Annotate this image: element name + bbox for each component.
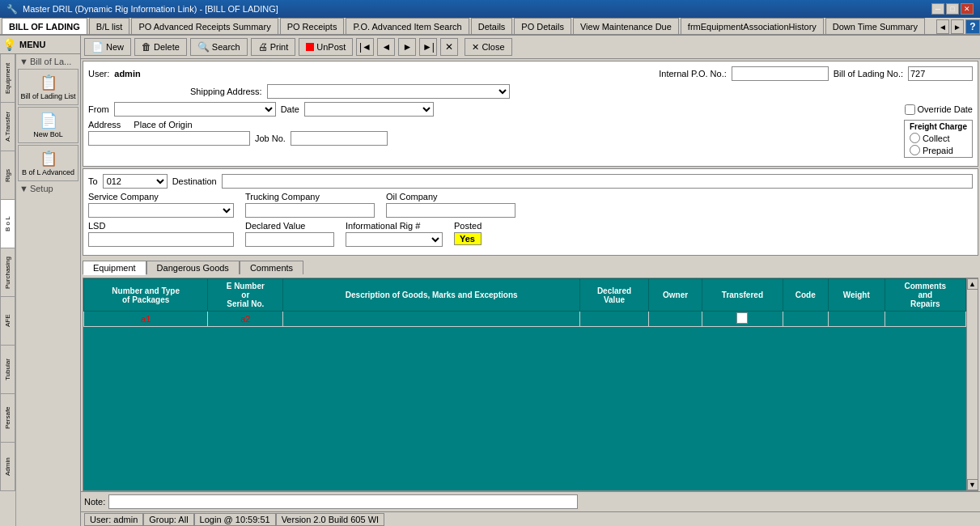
col-header-declared-val: DeclaredValue bbox=[580, 279, 649, 312]
address-input[interactable] bbox=[88, 131, 250, 146]
vtab-admin[interactable]: Admin bbox=[0, 443, 15, 491]
help-button[interactable]: ? bbox=[965, 19, 980, 34]
unpost-button[interactable]: UnPost bbox=[299, 38, 353, 56]
prepaid-radio[interactable] bbox=[910, 145, 920, 155]
prepaid-label: Prepaid bbox=[923, 146, 953, 155]
form-row-1: User: admin Internal P.O. No.: Bill of L… bbox=[88, 66, 973, 81]
toolbar: 📄 New 🗑 Delete 🔍 Search 🖨 Print UnPost |… bbox=[81, 36, 980, 59]
to-select[interactable]: 012 bbox=[103, 174, 168, 189]
data-table-container: Number and Typeof Packages E NumberorSer… bbox=[83, 278, 978, 491]
info-rig-select[interactable] bbox=[346, 232, 443, 247]
place-of-origin-label: Place of Origin bbox=[134, 120, 192, 129]
tab-po-advanced-item-search[interactable]: P.O. Advanced Item Search bbox=[346, 18, 469, 34]
collect-radio-label[interactable]: Collect bbox=[910, 133, 967, 143]
vtab-rigs[interactable]: Rigs bbox=[0, 151, 15, 200]
tab-nav-right[interactable]: ► bbox=[951, 19, 964, 34]
new-button[interactable]: 📄 New bbox=[84, 38, 131, 56]
sidebar-section-setup[interactable]: ▼ Setup bbox=[18, 183, 78, 194]
tab-po-receipts[interactable]: PO Receipts bbox=[280, 18, 345, 34]
tab-comments[interactable]: Comments bbox=[240, 261, 303, 274]
date-label: Date bbox=[281, 104, 299, 114]
trucking-company-input[interactable] bbox=[245, 203, 375, 218]
date-select[interactable] bbox=[304, 102, 434, 117]
search-button[interactable]: 🔍 Search bbox=[190, 38, 248, 56]
note-input[interactable] bbox=[108, 494, 578, 509]
tab-dangerous-goods[interactable]: Dangerous Goods bbox=[146, 261, 240, 274]
tab-bill-of-lading[interactable]: BILL OF LADING bbox=[2, 18, 87, 34]
internal-po-input[interactable] bbox=[732, 66, 829, 81]
cell-transferred bbox=[702, 312, 783, 327]
nav-last-button[interactable]: ►| bbox=[419, 38, 437, 56]
vtab-bol[interactable]: B o L bbox=[0, 200, 15, 248]
service-company-select[interactable] bbox=[88, 203, 234, 218]
tab-down-time[interactable]: Down Time Summary bbox=[825, 18, 925, 34]
scroll-up-button[interactable]: ▲ bbox=[967, 278, 978, 290]
sidebar-item-bol-advanced[interactable]: 📋 B of L Advanced bbox=[18, 145, 78, 181]
override-date-label[interactable]: Override Date bbox=[905, 104, 973, 115]
nav-first-button[interactable]: |◄ bbox=[356, 38, 374, 56]
status-login: Login @ 10:59:51 bbox=[194, 513, 276, 526]
tab-view-maintenance-due[interactable]: View Maintenance Due bbox=[573, 18, 679, 34]
collapse-icon-setup: ▼ bbox=[19, 184, 28, 193]
vtab-afe[interactable]: AFE bbox=[0, 297, 15, 346]
tab-bl-list[interactable]: B/L list bbox=[89, 18, 130, 34]
table-scroll[interactable]: Number and Typeof Packages E NumberorSer… bbox=[83, 278, 966, 490]
menu-label: MENU bbox=[19, 40, 45, 49]
vtab-persafe[interactable]: Persafe bbox=[0, 394, 15, 443]
new-label: New bbox=[106, 42, 124, 52]
note-label: Note: bbox=[84, 497, 105, 507]
inner-tabs: Equipment Dangerous Goods Comments bbox=[83, 261, 978, 274]
tab-po-details[interactable]: PO Details bbox=[514, 18, 571, 34]
cell-packages: a1 bbox=[84, 312, 208, 327]
vtab-purchasing[interactable]: Purchasing bbox=[0, 248, 15, 297]
transferred-checkbox[interactable] bbox=[736, 312, 748, 324]
prepaid-radio-label[interactable]: Prepaid bbox=[910, 145, 967, 155]
destination-input[interactable] bbox=[222, 174, 973, 189]
maximize-button[interactable]: □ bbox=[946, 3, 959, 15]
declared-value-input[interactable] bbox=[245, 232, 334, 247]
sidebar-item-bill-lading-list[interactable]: 📋 Bill of Lading List bbox=[18, 69, 78, 105]
col-header-owner: Owner bbox=[648, 279, 702, 312]
nav-next-button[interactable]: ► bbox=[398, 38, 416, 56]
collect-radio[interactable] bbox=[910, 133, 920, 143]
from-select[interactable] bbox=[114, 102, 276, 117]
print-button[interactable]: 🖨 Print bbox=[251, 38, 296, 56]
declared-value-label: Declared Value bbox=[245, 221, 334, 231]
bill-of-lading-input[interactable] bbox=[908, 66, 973, 81]
form-row-from-date: From Date Override Date bbox=[88, 102, 973, 117]
tab-details[interactable]: Details bbox=[471, 18, 513, 34]
tab-po-advanced-receipts[interactable]: PO Advanced Receipts Summary bbox=[131, 18, 278, 34]
status-user: User: admin bbox=[84, 513, 143, 526]
nav-prev-button[interactable]: ◄ bbox=[377, 38, 395, 56]
minimize-button[interactable]: ─ bbox=[931, 3, 944, 15]
tab-equipment-association[interactable]: frmEquipmentAssociationHistory bbox=[681, 18, 824, 34]
shipping-address-select[interactable] bbox=[267, 84, 510, 99]
table-row[interactable]: a1 a2 bbox=[84, 312, 966, 327]
close-button[interactable]: ✕ Close bbox=[465, 38, 511, 56]
vtab-equipment[interactable]: Equipment bbox=[0, 54, 15, 103]
close-button[interactable]: ✕ bbox=[961, 3, 974, 15]
status-bar: User: admin Group: All Login @ 10:59:51 … bbox=[81, 511, 980, 526]
lsd-input[interactable] bbox=[88, 232, 234, 247]
address-label: Address bbox=[88, 120, 121, 129]
oil-company-input[interactable] bbox=[386, 203, 515, 218]
delete-button[interactable]: 🗑 Delete bbox=[134, 38, 187, 56]
note-area: Note: bbox=[81, 491, 980, 511]
vtab-atransfer[interactable]: A.Transfer bbox=[0, 103, 15, 151]
override-date-checkbox[interactable] bbox=[905, 104, 915, 115]
to-destination-section: To 012 Destination Service Company Truck… bbox=[83, 168, 978, 256]
scroll-down-button[interactable]: ▼ bbox=[967, 479, 978, 490]
sidebar-item-new-bol[interactable]: 📄 New BoL bbox=[18, 107, 78, 143]
bill-lading-list-icon: 📋 bbox=[40, 74, 57, 91]
lsd-label: LSD bbox=[88, 221, 234, 231]
vtab-tubular[interactable]: Tubular bbox=[0, 346, 15, 394]
tab-equipment[interactable]: Equipment bbox=[83, 261, 146, 275]
print-label: Print bbox=[270, 42, 289, 52]
to-row: To 012 Destination bbox=[88, 174, 973, 189]
table-scrollbar[interactable]: ▲ ▼ bbox=[966, 278, 978, 490]
tab-nav-left[interactable]: ◄ bbox=[936, 19, 949, 34]
sidebar-section-bill-of-la[interactable]: ▼ Bill of La... bbox=[18, 56, 78, 67]
new-icon: 📄 bbox=[91, 41, 104, 53]
nav-delete-row-button[interactable]: ✕ bbox=[440, 38, 458, 56]
job-no-input[interactable] bbox=[291, 131, 388, 146]
